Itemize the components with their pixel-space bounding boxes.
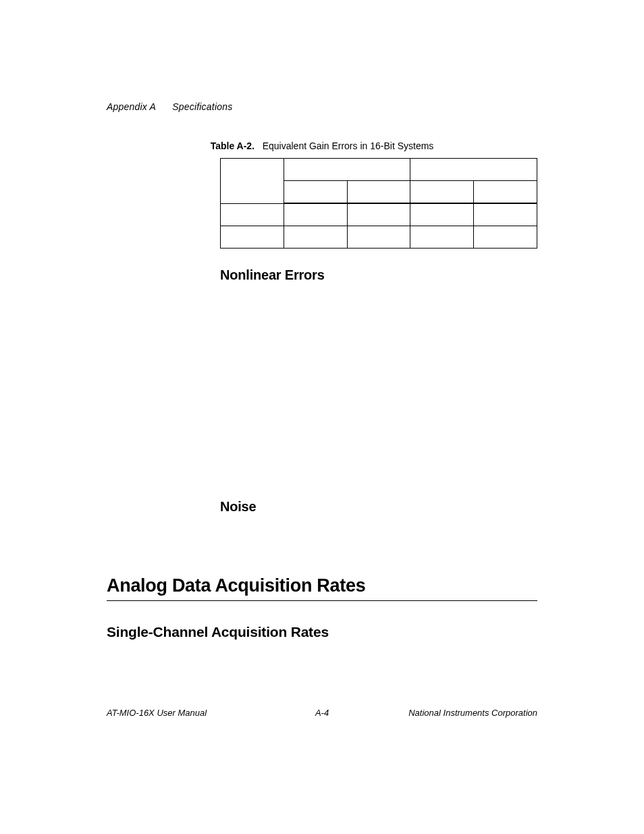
table-cell: [221, 226, 284, 249]
header-section: Specifications: [172, 101, 232, 112]
table-header-cell: [474, 181, 537, 204]
heading-nonlinear-errors: Nonlinear Errors: [220, 267, 537, 283]
page-footer: AT-MIO-16X User Manual A-4 National Inst…: [107, 708, 537, 718]
table-cell: [284, 203, 347, 226]
table-caption-label: Table A-2.: [211, 140, 254, 151]
table-cell: [474, 203, 537, 226]
heading-noise: Noise: [220, 499, 537, 515]
table-cell: [347, 226, 410, 249]
table-cell: [284, 226, 347, 249]
table-header-cell: [284, 159, 410, 181]
table-caption-text: Equivalent Gain Errors in 16-Bit Systems: [263, 140, 434, 151]
header-appendix: Appendix A: [107, 101, 156, 112]
table-header-cell: [284, 181, 347, 204]
table-caption: Table A-2. Equivalent Gain Errors in 16-…: [107, 140, 537, 151]
table-header-cell: [347, 181, 410, 204]
table-cell: [474, 226, 537, 249]
table-header-row-1: [221, 159, 537, 181]
table-row: [221, 203, 537, 226]
table-cell: [347, 203, 410, 226]
table-header-cell: [221, 159, 284, 204]
page-header: Appendix A Specifications: [107, 101, 537, 112]
table-cell: [221, 203, 284, 226]
table-cell: [410, 203, 474, 226]
table-row: [221, 226, 537, 249]
table-header-cell: [410, 159, 537, 181]
table-cell: [410, 226, 474, 249]
footer-center: A-4: [107, 708, 537, 718]
heading-main: Analog Data Acquisition Rates: [107, 575, 537, 601]
table-header-cell: [410, 181, 474, 204]
heading-sub: Single-Channel Acquisition Rates: [107, 624, 537, 640]
data-table: [220, 158, 537, 249]
